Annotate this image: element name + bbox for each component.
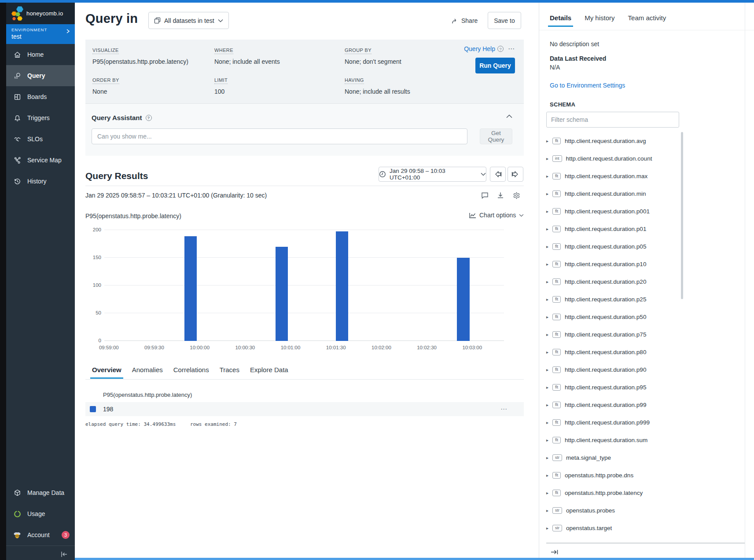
schema-row[interactable]: ▸flthttp.client.request.duration.p20 — [546, 273, 678, 290]
sidebar-item-query[interactable]: Query — [6, 65, 75, 86]
schema-row[interactable]: ▸flthttp.client.request.duration.avg — [546, 132, 678, 150]
expand-triangle-icon[interactable]: ▸ — [546, 209, 552, 214]
schema-row[interactable]: ▸flthttp.client.request.duration.p999 — [546, 414, 678, 431]
previous-time-window-button[interactable] — [490, 167, 506, 182]
schema-row[interactable]: ▸flthttp.client.request.duration.p80 — [546, 343, 678, 361]
expand-triangle-icon[interactable]: ▸ — [546, 174, 552, 179]
expand-triangle-icon[interactable]: ▸ — [546, 297, 552, 302]
expand-triangle-icon[interactable]: ▸ — [546, 227, 552, 231]
tab-traces[interactable]: Traces — [220, 366, 239, 379]
schema-row[interactable]: ▸flthttp.client.request.duration.max — [546, 167, 678, 185]
tab-explore-data[interactable]: Explore Data — [250, 366, 288, 379]
help-icon[interactable]: ? — [146, 115, 152, 121]
expand-triangle-icon[interactable]: ▸ — [546, 438, 552, 443]
tab-overview[interactable]: Overview — [92, 366, 121, 379]
sidebar-item-account[interactable]: Account3 — [6, 524, 75, 545]
save-to-button[interactable]: Save to — [488, 12, 521, 29]
schema-row[interactable]: ▸flthttp.client.request.duration.p90 — [546, 361, 678, 378]
comment-icon[interactable] — [480, 191, 489, 200]
sidebar-item-manage-data[interactable]: Manage Data — [6, 482, 75, 503]
get-query-button[interactable]: Get Query — [480, 128, 512, 144]
schema-row[interactable]: ▸flthttp.client.request.duration.p50 — [546, 308, 678, 326]
expand-triangle-icon[interactable]: ▸ — [546, 508, 552, 513]
download-icon[interactable] — [496, 191, 505, 200]
schema-row[interactable]: ▸fltopenstatus.http.probe.latency — [546, 484, 678, 501]
time-range-button[interactable]: Jan 29 09:58 – 10:03 UTC+01:00 — [379, 167, 486, 182]
schema-row[interactable]: ▸strmeta.signal_type — [546, 449, 678, 466]
schema-row[interactable]: ▸fltopenstatus.http.probe.dns — [546, 466, 678, 484]
chart-bar[interactable] — [336, 231, 348, 341]
sidebar-item-slos[interactable]: SLOs — [6, 128, 75, 150]
expand-triangle-icon[interactable]: ▸ — [546, 139, 552, 143]
schema-row[interactable]: ▸flthttp.client.request.duration.p10 — [546, 255, 678, 273]
assistant-prompt-input[interactable] — [92, 128, 467, 144]
schema-row[interactable]: ▸flthttp.client.request.duration.p001 — [546, 202, 678, 220]
sidebar-item-history[interactable]: History — [6, 171, 75, 192]
schema-row[interactable]: ▸flthttp.client.request.duration.p75 — [546, 326, 678, 343]
brand-logo[interactable]: honeycomb.io — [6, 3, 75, 24]
builder-field-visualize[interactable]: VISUALIZEP95(openstatus.http.probe.laten… — [92, 46, 214, 65]
expand-triangle-icon[interactable]: ▸ — [546, 490, 552, 495]
expand-triangle-icon[interactable]: ▸ — [546, 455, 552, 460]
sidebar-item-boards[interactable]: Boards — [6, 86, 75, 107]
chart-bar[interactable] — [276, 247, 288, 341]
builder-field-having[interactable]: HAVINGNone; include all results — [345, 76, 459, 95]
builder-field-where[interactable]: WHERENone; include all events — [214, 46, 345, 65]
panel-tab-my-history[interactable]: My history — [585, 14, 614, 27]
builder-field-group-by[interactable]: GROUP BYNone; don't segment — [345, 46, 459, 65]
schema-row[interactable]: ▸flthttp.client.request.duration.p99 — [546, 396, 678, 414]
collapse-panel-icon[interactable] — [549, 546, 560, 558]
schema-row[interactable]: ▸flthttp.client.request.duration.p05 — [546, 238, 678, 255]
overflow-menu-icon[interactable]: ⋯ — [508, 45, 515, 53]
sidebar-item-service-map[interactable]: Service Map — [6, 150, 75, 171]
expand-triangle-icon[interactable]: ▸ — [546, 385, 552, 390]
expand-triangle-icon[interactable]: ▸ — [546, 279, 552, 284]
run-query-button[interactable]: Run Query — [475, 58, 515, 73]
expand-triangle-icon[interactable]: ▸ — [546, 315, 552, 319]
chart-bar[interactable] — [184, 236, 197, 341]
expand-triangle-icon[interactable]: ▸ — [546, 403, 552, 407]
schema-filter-input[interactable] — [546, 112, 679, 128]
chart-options-button[interactable]: Chart options — [469, 212, 524, 219]
schema-row[interactable]: ▸flthttp.client.request.duration.sum — [546, 431, 678, 449]
tab-anomalies[interactable]: Anomalies — [132, 366, 163, 379]
panel-tab-team-activity[interactable]: Team activity — [628, 14, 666, 27]
builder-field-limit[interactable]: LIMIT100 — [214, 76, 345, 95]
query-help-link[interactable]: Query Help ? — [464, 45, 504, 52]
panel-tab-details[interactable]: Details — [550, 14, 571, 27]
expand-triangle-icon[interactable]: ▸ — [546, 420, 552, 425]
schema-row[interactable]: ▸flthttp.client.request.duration.p25 — [546, 290, 678, 308]
settings-gear-icon[interactable] — [512, 191, 521, 200]
sidebar-item-home[interactable]: Home — [6, 44, 75, 65]
schema-row[interactable]: ▸flthttp.client.request.duration.min — [546, 185, 678, 202]
expand-triangle-icon[interactable]: ▸ — [546, 350, 552, 355]
schema-row[interactable]: ▸stropenstatus.target — [546, 519, 678, 537]
dataset-selector-button[interactable]: All datasets in test — [148, 12, 229, 29]
chevron-up-icon[interactable] — [506, 114, 512, 118]
expand-triangle-icon[interactable]: ▸ — [546, 262, 552, 267]
expand-triangle-icon[interactable]: ▸ — [546, 156, 552, 161]
expand-triangle-icon[interactable]: ▸ — [546, 244, 552, 249]
share-button[interactable]: Share — [451, 15, 478, 26]
builder-field-order-by[interactable]: ORDER BYNone — [92, 76, 214, 95]
environment-settings-link[interactable]: Go to Environment Settings — [550, 82, 625, 89]
chart-bar[interactable] — [457, 258, 469, 341]
sidebar-item-usage[interactable]: Usage — [6, 503, 75, 524]
next-time-window-button[interactable] — [508, 167, 523, 182]
expand-triangle-icon[interactable]: ▸ — [546, 367, 552, 372]
expand-triangle-icon[interactable]: ▸ — [546, 332, 552, 337]
expand-triangle-icon[interactable]: ▸ — [546, 191, 552, 196]
collapse-sidebar-icon[interactable] — [59, 549, 70, 560]
expand-triangle-icon[interactable]: ▸ — [546, 473, 552, 478]
summary-row[interactable]: 198 ⋯ — [85, 402, 524, 416]
scrollbar-thumb[interactable] — [681, 132, 683, 299]
schema-row[interactable]: ▸flthttp.client.request.duration.p95 — [546, 378, 678, 396]
sidebar-item-triggers[interactable]: Triggers — [6, 107, 75, 128]
schema-row[interactable]: ▸flthttp.client.request.duration.p01 — [546, 220, 678, 238]
expand-triangle-icon[interactable]: ▸ — [546, 526, 552, 531]
tab-correlations[interactable]: Correlations — [173, 366, 209, 379]
row-menu-icon[interactable]: ⋯ — [500, 405, 507, 413]
environment-switcher[interactable]: ENVIRONMENT test — [6, 24, 75, 44]
schema-row[interactable]: ▸stropenstatus.probes — [546, 501, 678, 519]
schema-row[interactable]: ▸inthttp.client.request.duration.count — [546, 150, 678, 167]
